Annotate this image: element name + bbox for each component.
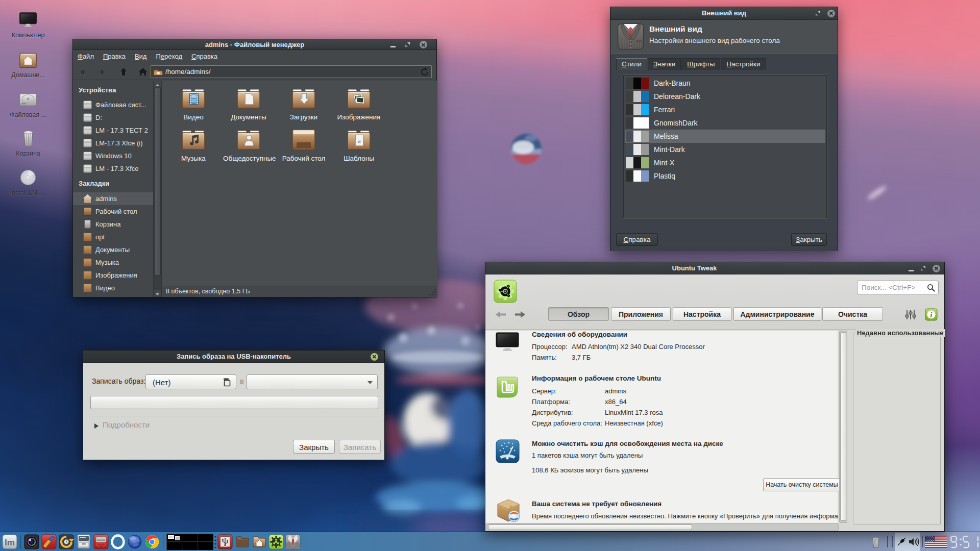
svg-text:lm: lm [5, 538, 15, 547]
svg-text:a: a [358, 137, 361, 144]
svg-text:i: i [930, 311, 933, 319]
